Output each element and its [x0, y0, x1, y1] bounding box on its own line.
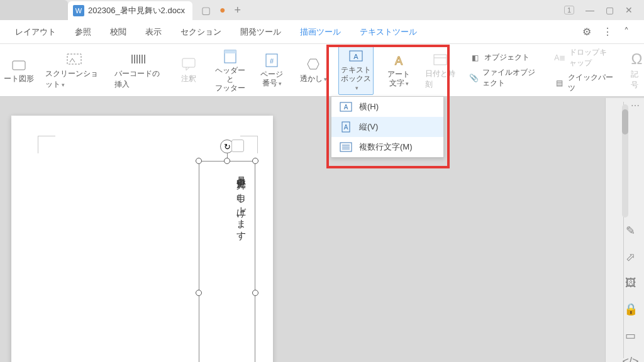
- select-tool-icon[interactable]: ⬀: [626, 250, 635, 264]
- textbox-context-button[interactable]: [231, 140, 244, 152]
- textbox-button[interactable]: A テキストボックス: [338, 45, 374, 95]
- textbox-multiline-item[interactable]: 複数行文字(M): [331, 137, 443, 157]
- prev-tab-stub[interactable]: [0, 0, 68, 20]
- tab-references[interactable]: 参照: [75, 26, 91, 38]
- tab-layout[interactable]: レイアウト: [15, 26, 56, 38]
- page-number-button[interactable]: # ページ番号: [255, 51, 288, 89]
- file-object-button[interactable]: 📎 ファイルオブジェクト: [469, 67, 541, 89]
- ribbon-dropcap-group: A≣ ドロップキャップ ▤ クイックパーツ: [554, 47, 614, 94]
- tab-drawing-tools[interactable]: 描画ツール: [300, 26, 341, 38]
- svg-text:A: A: [354, 53, 359, 60]
- resize-handle[interactable]: [196, 158, 202, 164]
- textbox-frame[interactable]: 暑中見舞い申し上げます: [199, 161, 255, 362]
- textbox-dropdown: A 横(H) A 縦(V) 複数行文字(M): [331, 96, 444, 158]
- svg-rect-1: [67, 54, 81, 64]
- dropcap-button[interactable]: A≣ ドロップキャップ: [554, 47, 614, 69]
- scrollbar-thumb[interactable]: [622, 109, 628, 134]
- wordart-button[interactable]: A アート文字: [382, 51, 415, 89]
- textbox-horizontal-icon: A: [339, 101, 353, 112]
- object-icon: ◧: [469, 52, 480, 63]
- ribbon-object-group: ◧ オブジェクト 📎 ファイルオブジェクト: [469, 52, 541, 89]
- code-tool-icon[interactable]: </>: [622, 355, 638, 362]
- word-doc-icon: W: [73, 5, 84, 16]
- minimize-button[interactable]: —: [586, 5, 594, 15]
- textbox-horizontal-item[interactable]: A 横(H): [331, 97, 443, 117]
- selected-textbox[interactable]: ↻ 暑中見舞い申し上げます: [199, 161, 255, 362]
- comment-button[interactable]: 注釈: [172, 55, 205, 85]
- tab-review[interactable]: 校閲: [110, 26, 126, 38]
- datetime-button[interactable]: 日付と時刻: [424, 50, 457, 91]
- smartart-button[interactable]: ート図形: [3, 55, 35, 85]
- close-button[interactable]: ✕: [625, 5, 633, 15]
- scrollbar[interactable]: [622, 104, 628, 217]
- textbox-content[interactable]: 暑中見舞い申し上げます: [235, 169, 247, 236]
- image-tool-icon[interactable]: 🖼: [625, 277, 636, 290]
- screenshot-icon: [66, 51, 82, 67]
- svg-rect-10: [225, 50, 236, 53]
- margin-guide-icon: [38, 136, 55, 153]
- resize-handle[interactable]: [252, 158, 258, 164]
- tab-actions: ▢ ● +: [201, 4, 241, 17]
- window-controls: 1 — ▢ ✕: [564, 5, 644, 15]
- collapse-ribbon-icon[interactable]: ˄: [624, 26, 629, 38]
- tab-view[interactable]: 表示: [145, 26, 162, 38]
- textbox-icon: A: [348, 48, 364, 64]
- document-tab[interactable]: W 202306_暑中見舞い2.docx: [68, 1, 192, 20]
- wordart-icon: A: [391, 52, 407, 69]
- textbox-multiline-icon: [339, 141, 353, 153]
- object-button[interactable]: ◧ オブジェクト: [469, 52, 541, 63]
- canvas-area[interactable]: ↻ 暑中見舞い申し上げます: [0, 98, 605, 362]
- app-badge-icon[interactable]: 1: [564, 6, 574, 14]
- form-tool-icon[interactable]: ▭: [625, 329, 636, 343]
- presentation-mode-icon[interactable]: ▢: [201, 4, 211, 16]
- svg-text:#: #: [270, 57, 274, 65]
- svg-text:A: A: [395, 55, 402, 67]
- watermark-icon: [305, 56, 321, 72]
- lock-icon[interactable]: 🔒: [624, 302, 638, 316]
- ribbon-tabs: レイアウト 参照 校閲 表示 セクション 開発ツール 描画ツール テキストツール…: [0, 20, 644, 44]
- more-icon[interactable]: ⋮: [602, 26, 613, 38]
- document-title: 202306_暑中見舞い2.docx: [88, 5, 185, 16]
- resize-handle[interactable]: [252, 290, 258, 296]
- titlebar: W 202306_暑中見舞い2.docx ▢ ● + 1 — ▢ ✕: [0, 0, 644, 20]
- tab-section[interactable]: セクション: [180, 26, 221, 38]
- tab-modified-dot-icon: ●: [219, 4, 226, 16]
- comment-icon: [180, 56, 197, 72]
- smartart-icon: [11, 56, 27, 72]
- resize-handle[interactable]: [196, 290, 202, 296]
- panel-drag-dots-icon[interactable]: ⋯: [631, 101, 641, 111]
- tab-developer[interactable]: 開発ツール: [240, 26, 281, 38]
- symbol-button[interactable]: Ω 記号: [631, 50, 643, 90]
- side-panel: ⋯ ✎ ⬀ 🖼 🔒 ▭ </> ⎯○⎯ ↻ ▥: [605, 98, 644, 362]
- new-tab-button[interactable]: +: [235, 4, 242, 17]
- header-footer-icon: [222, 48, 238, 65]
- datetime-icon: [432, 51, 448, 67]
- settings-icon[interactable]: ⚙: [582, 26, 591, 38]
- quickparts-icon: ▤: [554, 77, 564, 89]
- barcode-icon: [130, 51, 147, 67]
- svg-rect-8: [182, 58, 195, 67]
- pencil-tool-icon[interactable]: ✎: [626, 224, 635, 238]
- tab-text-tools[interactable]: テキストツール: [360, 26, 417, 38]
- svg-rect-0: [13, 61, 25, 70]
- textbox-vertical-icon: A: [339, 121, 353, 133]
- watermark-button[interactable]: 透かし: [297, 55, 330, 85]
- resize-handle[interactable]: [224, 158, 230, 164]
- screenshot-button[interactable]: スクリーンショット: [44, 50, 104, 91]
- svg-rect-16: [434, 55, 447, 65]
- maximize-button[interactable]: ▢: [606, 5, 614, 15]
- quickparts-button[interactable]: ▤ クイックパーツ: [554, 72, 614, 94]
- page-number-icon: #: [264, 52, 280, 69]
- barcode-button[interactable]: バーコードの挿入: [113, 50, 164, 91]
- attachment-icon: 📎: [469, 72, 479, 84]
- svg-text:A: A: [344, 104, 348, 111]
- textbox-vertical-item[interactable]: A 縦(V): [331, 117, 443, 137]
- ribbon-content: ート図形 スクリーンショット バーコードの挿入 注釈 ヘッダーとフッター # ペ…: [0, 44, 644, 97]
- svg-text:A: A: [344, 124, 348, 131]
- omega-icon: Ω: [631, 50, 642, 68]
- document-page[interactable]: ↻ 暑中見舞い申し上げます: [11, 116, 273, 362]
- dropcap-icon: A≣: [554, 52, 565, 63]
- header-footer-button[interactable]: ヘッダーとフッター: [214, 47, 247, 94]
